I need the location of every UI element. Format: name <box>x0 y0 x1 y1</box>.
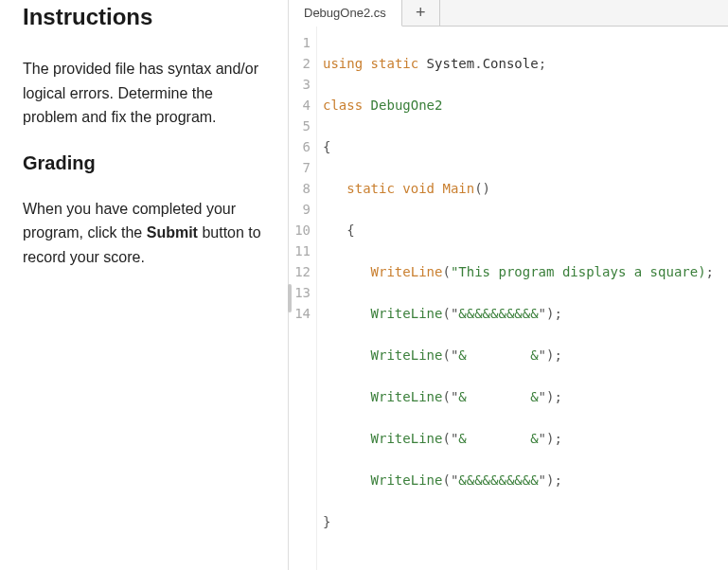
code-line[interactable]: using static System.Console; <box>323 53 728 74</box>
code-line[interactable]: class DebugOne2 <box>323 95 728 116</box>
instructions-heading: Instructions <box>23 4 265 30</box>
code-line[interactable]: } <box>323 511 728 532</box>
line-number: 13 <box>289 282 311 303</box>
code-line[interactable]: WriteLine("& &"); <box>323 428 728 449</box>
file-tab-label: DebugOne2.cs <box>304 6 386 20</box>
code-area[interactable]: using static System.Console; class Debug… <box>317 27 728 570</box>
line-number: 4 <box>289 95 311 116</box>
line-number: 1 <box>289 32 311 53</box>
line-number: 7 <box>289 157 311 178</box>
line-number: 5 <box>289 116 311 136</box>
grading-heading: Grading <box>23 152 265 174</box>
code-line[interactable]: static void Main() <box>323 178 728 199</box>
line-number: 6 <box>289 136 311 157</box>
code-line[interactable]: { <box>323 220 728 240</box>
code-line[interactable]: WriteLine("&&&&&&&&&&"); <box>323 303 728 324</box>
plus-icon: + <box>416 3 426 23</box>
code-line[interactable] <box>323 553 728 570</box>
instructions-body: The provided file has syntax and/or logi… <box>23 57 265 130</box>
instructions-panel: Instructions The provided file has synta… <box>0 0 289 570</box>
line-gutter: 1 2 3 4 5 6 7 8 9 10 11 12 13 14 <box>289 27 317 570</box>
add-tab-button[interactable]: + <box>402 0 440 26</box>
code-line[interactable]: WriteLine("& &"); <box>323 345 728 365</box>
line-number: 8 <box>289 178 311 199</box>
line-number: 14 <box>289 303 311 324</box>
code-line[interactable]: { <box>323 136 728 157</box>
panel-resize-handle[interactable] <box>288 284 292 312</box>
code-line[interactable]: WriteLine("&&&&&&&&&&"); <box>323 470 728 490</box>
line-number: 12 <box>289 261 311 282</box>
line-number: 11 <box>289 240 311 261</box>
grading-body: When you have completed your program, cl… <box>23 197 265 270</box>
code-line[interactable]: WriteLine("& &"); <box>323 386 728 407</box>
line-number: 9 <box>289 199 311 220</box>
line-number: 10 <box>289 220 311 240</box>
line-number: 3 <box>289 74 311 95</box>
code-line[interactable]: WriteLine("This program displays a squar… <box>323 261 728 282</box>
code-editor[interactable]: 1 2 3 4 5 6 7 8 9 10 11 12 13 14 using s… <box>289 27 728 570</box>
tab-bar: DebugOne2.cs + <box>289 0 728 27</box>
submit-word: Submit <box>147 224 198 240</box>
file-tab[interactable]: DebugOne2.cs <box>289 0 402 27</box>
line-number: 2 <box>289 53 311 74</box>
editor-panel: DebugOne2.cs + 1 2 3 4 5 6 7 8 9 10 11 1… <box>289 0 728 570</box>
